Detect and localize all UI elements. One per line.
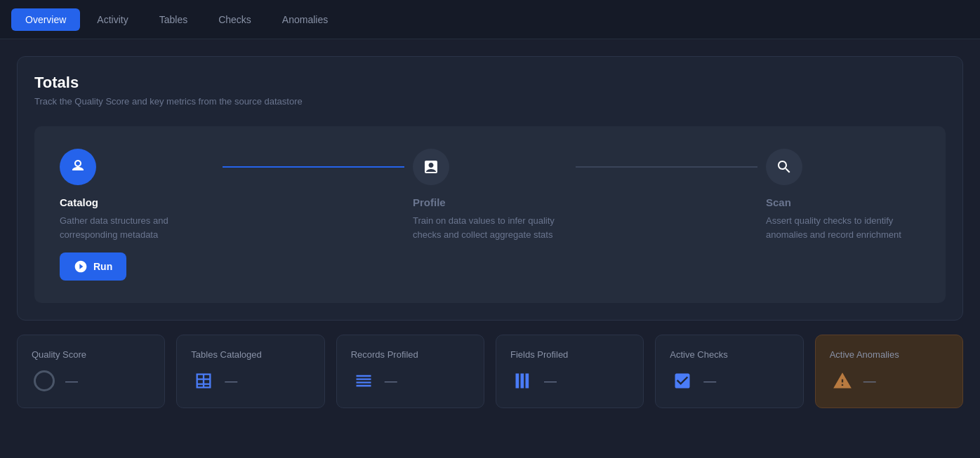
- step-catalog-top: [60, 149, 214, 185]
- totals-card: Totals Track the Quality Score and key m…: [17, 56, 963, 321]
- steps-row: Catalog Gather data structures and corre…: [60, 149, 920, 281]
- top-nav: Overview Activity Tables Checks Anomalie…: [0, 0, 980, 39]
- metric-fields-profiled: Fields Profiled —: [496, 335, 644, 408]
- metric-active-anomalies: Active Anomalies —: [815, 335, 963, 408]
- quality-score-value-row: —: [32, 368, 150, 393]
- totals-title: Totals: [34, 74, 946, 92]
- run-button-label: Run: [93, 261, 112, 272]
- active-anomalies-icon: [830, 368, 855, 393]
- records-profiled-value-row: —: [351, 368, 470, 393]
- metric-quality-score: Quality Score —: [17, 335, 165, 408]
- step-profile-top: [413, 149, 567, 185]
- connector-2: [576, 166, 757, 168]
- step-profile: Profile Train on data values to infer qu…: [413, 149, 567, 241]
- quality-score-icon: [32, 368, 57, 393]
- metric-active-checks: Active Checks —: [655, 335, 803, 408]
- active-anomalies-label: Active Anomalies: [830, 349, 948, 360]
- active-anomalies-value: —: [863, 374, 876, 389]
- tab-overview[interactable]: Overview: [11, 8, 80, 31]
- records-profiled-value: —: [385, 374, 397, 389]
- fields-profiled-value: —: [544, 374, 557, 389]
- records-profiled-icon: [351, 368, 376, 393]
- run-button[interactable]: Run: [60, 252, 126, 281]
- profile-desc: Train on data values to infer quality ch…: [413, 214, 567, 241]
- tab-activity[interactable]: Activity: [83, 8, 142, 31]
- step-scan: Scan Assert quality checks to identify a…: [766, 149, 920, 241]
- quality-score-label: Quality Score: [32, 349, 150, 360]
- step-catalog: Catalog Gather data structures and corre…: [60, 149, 214, 281]
- fields-profiled-icon: [510, 368, 536, 393]
- tab-anomalies[interactable]: Anomalies: [268, 8, 342, 31]
- catalog-desc: Gather data structures and corresponding…: [60, 214, 214, 241]
- quality-score-value: —: [65, 374, 78, 389]
- fields-profiled-value-row: —: [510, 368, 629, 393]
- catalog-icon: [60, 149, 96, 185]
- play-icon: [74, 260, 88, 274]
- active-checks-value-row: —: [670, 368, 788, 393]
- main-content: Totals Track the Quality Score and key m…: [0, 39, 980, 425]
- metrics-row: Quality Score — Tables Cataloged —: [17, 335, 963, 408]
- scan-label: Scan: [766, 196, 920, 208]
- scan-desc: Assert quality checks to identify anomal…: [766, 214, 920, 241]
- active-checks-label: Active Checks: [670, 349, 788, 360]
- active-checks-value: —: [703, 374, 716, 389]
- connector-1: [223, 166, 404, 168]
- scan-icon: [766, 149, 802, 185]
- metric-tables-cataloged: Tables Cataloged —: [176, 335, 324, 408]
- tab-tables[interactable]: Tables: [145, 8, 201, 31]
- metric-records-profiled: Records Profiled —: [336, 335, 484, 408]
- tables-cataloged-value-row: —: [191, 368, 310, 393]
- active-anomalies-value-row: —: [830, 368, 948, 393]
- totals-subtitle: Track the Quality Score and key metrics …: [34, 96, 946, 107]
- fields-profiled-label: Fields Profiled: [510, 349, 629, 360]
- catalog-label: Catalog: [60, 196, 214, 208]
- profile-icon: [413, 149, 449, 185]
- tab-checks[interactable]: Checks: [204, 8, 265, 31]
- pipeline-container: Catalog Gather data structures and corre…: [34, 126, 946, 303]
- tables-cataloged-icon: [191, 368, 216, 393]
- tables-cataloged-value: —: [225, 374, 237, 389]
- tables-cataloged-label: Tables Cataloged: [191, 349, 310, 360]
- step-scan-top: [766, 149, 920, 185]
- active-checks-icon: [670, 368, 695, 393]
- profile-label: Profile: [413, 196, 567, 208]
- records-profiled-label: Records Profiled: [351, 349, 470, 360]
